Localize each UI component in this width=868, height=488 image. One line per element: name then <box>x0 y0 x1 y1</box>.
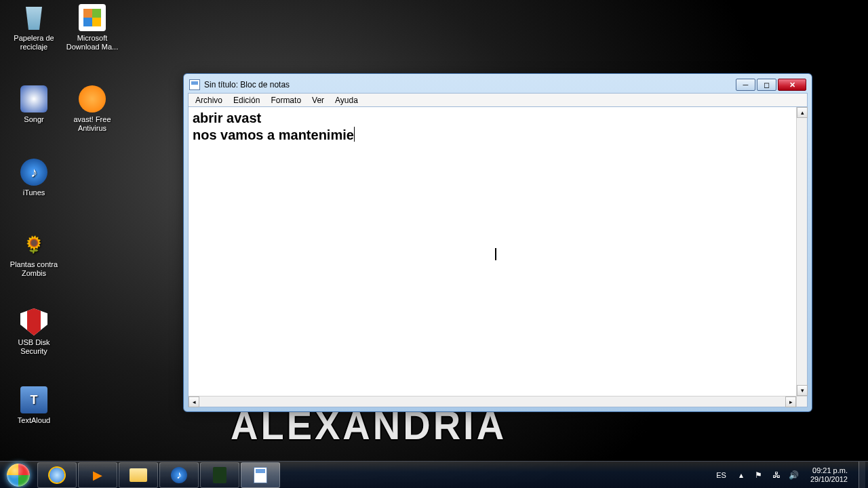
desktop-icon-label: Papelera de reciclaje <box>14 34 54 51</box>
desktop-icon-pvz[interactable]: 🌻 Plantas contra Zombis <box>4 230 64 278</box>
resize-grip[interactable] <box>796 396 807 407</box>
desktop[interactable]: ALEXANDRIA Papelera de reciclaje Microso… <box>0 0 868 488</box>
maximize-button[interactable]: ◻ <box>757 79 776 91</box>
scroll-right-arrow-icon[interactable]: ▸ <box>785 396 796 407</box>
notepad-icon <box>254 467 267 483</box>
horizontal-scrollbar[interactable]: ◂ ▸ <box>189 396 796 407</box>
folder-icon <box>130 468 147 482</box>
clock-date: 29/10/2012 <box>810 475 848 484</box>
minimize-button[interactable]: ─ <box>736 79 755 91</box>
desktop-icon-ms-download[interactable]: Microsoft Download Ma... <box>62 4 122 52</box>
taskbar-item-unknown[interactable] <box>200 462 239 488</box>
language-indicator[interactable]: ES <box>713 470 729 481</box>
close-button[interactable]: ✕ <box>778 79 806 91</box>
menubar: Archivo Edición Formato Ver Ayuda <box>188 93 808 106</box>
desktop-icon-itunes[interactable]: ♪ iTunes <box>4 159 64 197</box>
songr-icon <box>20 85 47 113</box>
clock[interactable]: 09:21 p.m. 29/10/2012 <box>806 466 852 484</box>
desktop-icon-label: Songr <box>24 115 43 123</box>
menu-view[interactable]: Ver <box>308 95 328 106</box>
maximize-icon: ◻ <box>764 81 770 89</box>
pvz-icon: 🌻 <box>20 230 47 258</box>
desktop-icon-label: USB Disk Security <box>18 338 50 355</box>
itunes-icon: ♪ <box>171 467 187 483</box>
desktop-icon-label: Plantas contra Zombis <box>10 260 58 277</box>
editor-line: abrir avast <box>193 110 261 125</box>
ie-icon <box>46 464 68 486</box>
menu-help[interactable]: Ayuda <box>331 95 362 106</box>
desktop-icon-songr[interactable]: Songr <box>4 85 64 124</box>
start-button[interactable] <box>0 462 37 489</box>
editor-line: nos vamos a mantenimie <box>193 127 354 142</box>
windows-orb-icon <box>7 464 30 487</box>
taskbar-item-notepad[interactable] <box>241 462 280 488</box>
avast-icon <box>79 85 106 113</box>
taskbar-item-ie[interactable] <box>37 462 77 488</box>
tray-chevron-icon[interactable]: ▴ <box>736 470 747 481</box>
window-title: Sin título: Bloc de notas <box>204 80 290 89</box>
desktop-icon-label: Microsoft Download Ma... <box>66 34 118 51</box>
desktop-icon-label: iTunes <box>23 188 45 197</box>
text-caret <box>354 127 355 142</box>
desktop-icon-label: avast! Free Antivirus <box>73 115 111 132</box>
notepad-window[interactable]: Sin título: Bloc de notas ─ ◻ ✕ Archivo … <box>183 73 812 412</box>
ibeam-cursor-icon <box>495 248 496 260</box>
titlebar[interactable]: Sin título: Bloc de notas ─ ◻ ✕ <box>188 78 808 93</box>
desktop-icon-textaloud[interactable]: T TextAloud <box>4 386 64 425</box>
itunes-icon: ♪ <box>20 159 47 186</box>
volume-icon[interactable]: 🔊 <box>789 470 800 481</box>
notepad-app-icon <box>189 79 200 90</box>
clock-time: 09:21 p.m. <box>810 466 848 475</box>
menu-edit[interactable]: Edición <box>229 95 264 106</box>
play-icon: ▶ <box>93 468 102 483</box>
taskbar: ▶ ♪ ES ▴ ⚑ 🖧 🔊 09:21 p.m. 29/10/2012 <box>0 461 868 488</box>
taskbar-item-itunes[interactable]: ♪ <box>159 462 199 488</box>
scroll-up-arrow-icon[interactable]: ▴ <box>797 107 808 118</box>
desktop-icon-recycle-bin[interactable]: Papelera de reciclaje <box>4 4 64 52</box>
ms-download-icon <box>79 4 106 31</box>
app-icon <box>213 467 226 483</box>
shield-icon <box>20 308 47 336</box>
desktop-icon-avast[interactable]: avast! Free Antivirus <box>62 85 122 133</box>
flag-icon[interactable]: ⚑ <box>753 470 764 481</box>
vertical-scrollbar[interactable]: ▴ ▾ <box>796 107 807 396</box>
scroll-left-arrow-icon[interactable]: ◂ <box>189 396 199 407</box>
taskbar-item-media[interactable]: ▶ <box>78 462 117 488</box>
text-editor[interactable]: abrir avast nos vamos a mantenimie <box>189 107 796 396</box>
scroll-down-arrow-icon[interactable]: ▾ <box>797 385 808 396</box>
recycle-bin-icon <box>20 4 47 31</box>
system-tray: ES ▴ ⚑ 🖧 🔊 09:21 p.m. 29/10/2012 <box>713 462 868 489</box>
editor-container: abrir avast nos vamos a mantenimie ▴ ▾ ◂… <box>188 106 808 407</box>
textaloud-icon: T <box>20 386 47 413</box>
close-icon: ✕ <box>789 81 795 89</box>
menu-format[interactable]: Formato <box>267 95 305 106</box>
desktop-icon-label: TextAloud <box>18 416 50 424</box>
menu-file[interactable]: Archivo <box>191 95 226 106</box>
network-icon[interactable]: 🖧 <box>771 470 782 481</box>
show-desktop-button[interactable] <box>859 462 865 489</box>
minimize-icon: ─ <box>743 81 749 89</box>
desktop-icon-usb-security[interactable]: USB Disk Security <box>4 308 64 356</box>
taskbar-item-explorer[interactable] <box>119 462 158 488</box>
